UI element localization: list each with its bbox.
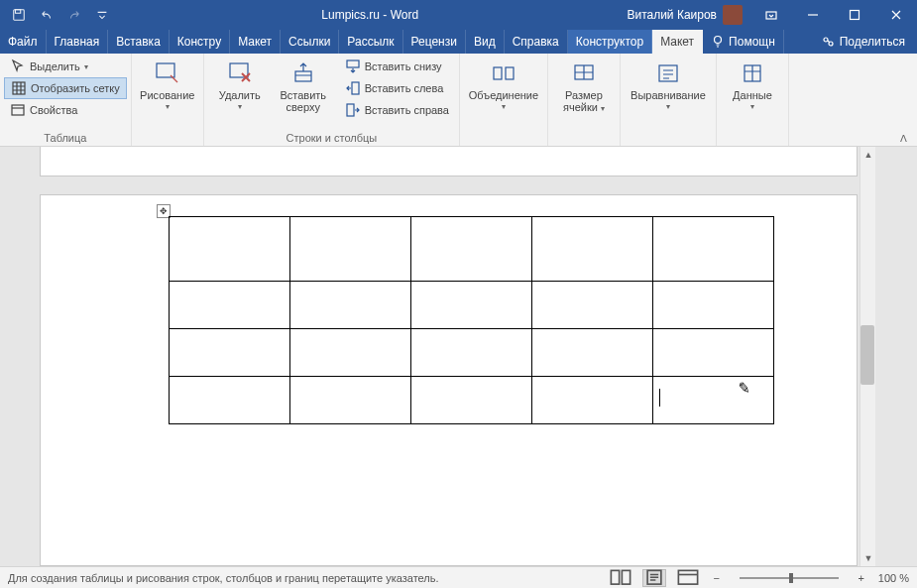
group-label-table: Таблица xyxy=(4,131,127,146)
zoom-out-button[interactable]: − xyxy=(710,572,724,584)
status-bar: Для создания таблицы и рисования строк, … xyxy=(0,566,917,588)
svg-rect-1 xyxy=(16,10,21,14)
group-draw: Рисование ▾ xyxy=(132,54,204,146)
zoom-slider[interactable] xyxy=(740,577,839,579)
chevron-down-icon: ▾ xyxy=(666,103,670,112)
group-label-rows-cols: Строки и столбцы xyxy=(208,131,455,146)
share-button[interactable]: Поделиться xyxy=(814,30,917,54)
document-table[interactable] xyxy=(169,216,774,424)
tab-review[interactable]: Рецензи xyxy=(403,30,466,54)
collapse-ribbon-icon[interactable]: ᐱ xyxy=(900,133,907,144)
save-icon[interactable] xyxy=(6,2,32,28)
merge-button[interactable]: Объединение ▾ xyxy=(464,56,543,112)
undo-icon[interactable] xyxy=(34,2,59,28)
grid-icon xyxy=(11,80,27,96)
draw-table-icon xyxy=(154,59,181,87)
tab-home[interactable]: Главная xyxy=(47,30,109,54)
group-alignment: Выравнивание ▾ xyxy=(621,54,717,146)
svg-rect-11 xyxy=(295,71,311,81)
tab-help[interactable]: Справка xyxy=(505,30,568,54)
cursor-icon xyxy=(10,59,26,74)
svg-rect-21 xyxy=(622,571,630,585)
svg-rect-3 xyxy=(851,11,860,20)
scroll-thumb[interactable] xyxy=(860,325,874,385)
svg-rect-20 xyxy=(611,571,619,585)
ribbon-options-icon[interactable] xyxy=(750,0,792,30)
view-web-layout[interactable] xyxy=(676,569,700,587)
zoom-level[interactable]: 100 % xyxy=(878,572,909,584)
table-row xyxy=(170,282,774,329)
view-read-mode[interactable] xyxy=(609,569,632,587)
chevron-down-icon: ▾ xyxy=(601,104,605,113)
chevron-down-icon: ▾ xyxy=(166,103,170,112)
table-row xyxy=(170,217,774,282)
svg-rect-14 xyxy=(347,104,354,116)
close-button[interactable] xyxy=(875,0,917,30)
avatar xyxy=(723,5,743,25)
cell-size-icon xyxy=(570,59,598,87)
insert-above-icon xyxy=(289,59,317,87)
alignment-button[interactable]: Выравнивание ▾ xyxy=(625,56,712,112)
svg-point-4 xyxy=(715,37,722,44)
minimize-button[interactable] xyxy=(792,0,834,30)
tab-view[interactable]: Вид xyxy=(466,30,505,54)
properties-button[interactable]: Свойства xyxy=(4,99,127,121)
merge-icon xyxy=(490,59,517,87)
svg-point-5 xyxy=(824,38,828,42)
tab-mailings[interactable]: Рассылк xyxy=(339,30,402,54)
redo-icon[interactable] xyxy=(61,2,87,28)
ribbon: Выделить▾ Отобразить сетку Свойства Табл… xyxy=(0,54,917,147)
data-icon xyxy=(739,59,766,87)
zoom-in-button[interactable]: + xyxy=(855,572,868,584)
group-rows-cols: Удалить ▾ Вставить сверху Вставить снизу… xyxy=(204,54,460,146)
zoom-thumb[interactable] xyxy=(789,573,793,583)
account-name: Виталий Каиров xyxy=(627,8,717,22)
tab-references[interactable]: Ссылки xyxy=(281,30,339,54)
group-merge: Объединение ▾ xyxy=(460,54,548,146)
tab-tellme[interactable]: Помощн xyxy=(703,30,784,54)
tab-insert[interactable]: Вставка xyxy=(108,30,170,54)
tab-table-layout[interactable]: Макет xyxy=(652,30,703,54)
svg-rect-16 xyxy=(506,67,514,79)
cell-size-button[interactable]: Размерячейки ▾ xyxy=(552,56,616,114)
svg-rect-8 xyxy=(12,105,24,115)
delete-button[interactable]: Удалить ▾ xyxy=(208,56,272,112)
insert-left-button[interactable]: Вставить слева xyxy=(339,77,455,99)
svg-rect-12 xyxy=(347,60,359,67)
insert-above-button[interactable]: Вставить сверху xyxy=(272,56,335,113)
view-gridlines-button[interactable]: Отобразить сетку xyxy=(4,77,127,99)
draw-button[interactable]: Рисование ▾ xyxy=(136,56,199,112)
ribbon-tabs: Файл Главная Вставка Констру Макет Ссылк… xyxy=(0,30,917,54)
select-button[interactable]: Выделить▾ xyxy=(4,56,127,77)
scroll-up-icon[interactable]: ▲ xyxy=(860,147,876,163)
title-bar: Lumpics.ru - Word Виталий Каиров xyxy=(0,0,917,30)
svg-rect-23 xyxy=(678,571,697,585)
data-button[interactable]: Данные ▾ xyxy=(721,56,784,112)
maximize-button[interactable] xyxy=(834,0,875,30)
properties-icon xyxy=(10,102,26,118)
account-area[interactable]: Виталий Каиров xyxy=(619,5,750,25)
alignment-icon xyxy=(654,59,682,87)
insert-below-icon xyxy=(345,59,361,74)
table-row xyxy=(170,329,774,377)
document-area: ✥ ✎ ▲ ▼ xyxy=(0,147,917,566)
tab-layout[interactable]: Макет xyxy=(230,30,281,54)
group-cell-size: Размерячейки ▾ xyxy=(548,54,621,146)
vertical-scrollbar[interactable]: ▲ ▼ xyxy=(860,147,875,566)
insert-below-button[interactable]: Вставить снизу xyxy=(339,56,455,77)
view-print-layout[interactable] xyxy=(642,569,666,587)
table-row xyxy=(170,377,774,424)
tab-file[interactable]: Файл xyxy=(0,30,47,54)
tab-design[interactable]: Констру xyxy=(170,30,230,54)
svg-rect-2 xyxy=(766,12,776,19)
window-controls xyxy=(750,0,917,30)
scroll-down-icon[interactable]: ▼ xyxy=(860,550,876,566)
chevron-down-icon: ▾ xyxy=(238,103,242,112)
window-title: Lumpics.ru - Word xyxy=(121,8,619,22)
qat-customize-icon[interactable] xyxy=(89,2,115,28)
insert-right-button[interactable]: Вставить справа xyxy=(339,99,455,121)
svg-rect-9 xyxy=(157,63,174,77)
group-data: Данные ▾ xyxy=(717,54,789,146)
tab-table-design[interactable]: Конструктор xyxy=(568,30,652,54)
quick-access-toolbar xyxy=(0,2,121,28)
